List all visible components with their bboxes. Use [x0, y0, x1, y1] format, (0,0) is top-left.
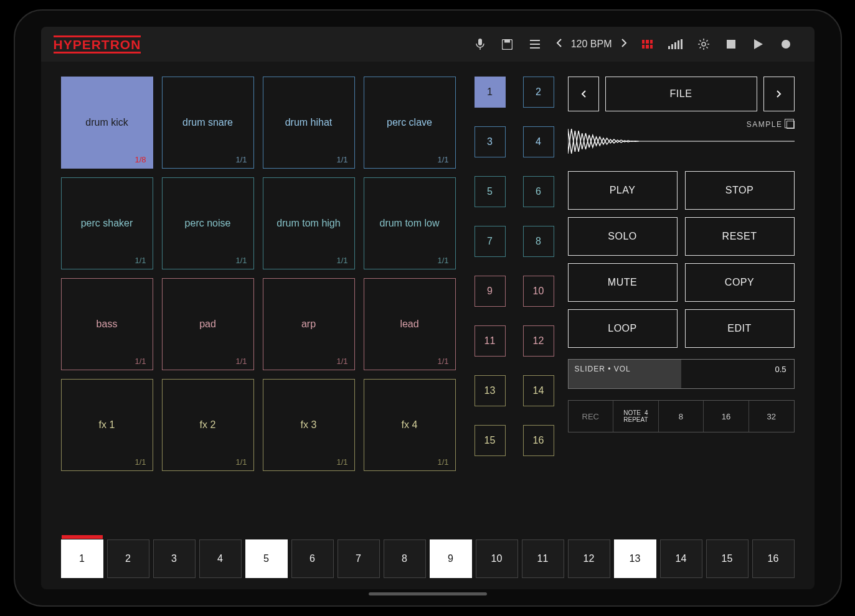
pad-16[interactable]: fx 41/1	[364, 379, 456, 471]
pad-15[interactable]: fx 31/1	[263, 379, 355, 471]
step-8[interactable]: 8	[384, 539, 426, 578]
step-sequencer: 12345678910111213141516	[41, 533, 815, 589]
pad-5[interactable]: perc shaker1/1	[61, 177, 153, 269]
step-13[interactable]: 13	[614, 539, 656, 578]
pad-label: bass	[97, 319, 118, 330]
step-7[interactable]: 7	[338, 539, 380, 578]
pad-9[interactable]: bass1/1	[61, 278, 153, 370]
slider-label: SLIDER • VOL	[575, 365, 631, 373]
reset-button[interactable]: RESET	[685, 217, 795, 256]
home-indicator	[369, 592, 487, 595]
step-10[interactable]: 10	[476, 539, 518, 578]
file-button[interactable]: FILE	[605, 77, 757, 111]
pad-label: drum hihat	[285, 117, 333, 128]
file-next-button[interactable]	[763, 77, 795, 111]
copy-button[interactable]: COPY	[685, 263, 795, 302]
pattern-grid: 12345678910111213141516	[475, 77, 554, 533]
pad-4[interactable]: perc clave1/1	[364, 77, 456, 169]
step-2[interactable]: 2	[107, 539, 149, 578]
mute-button[interactable]: MUTE	[568, 263, 678, 302]
pad-fraction: 1/1	[437, 155, 448, 164]
svg-rect-0	[478, 39, 482, 45]
pad-fraction: 1/1	[235, 457, 247, 467]
mixer-view-icon[interactable]	[668, 39, 683, 49]
step-16[interactable]: 16	[752, 539, 795, 578]
rec-button[interactable]: REC	[569, 401, 614, 432]
repeat-16-button[interactable]: 16	[704, 401, 749, 432]
pad-label: lead	[400, 319, 418, 330]
play-icon[interactable]	[752, 38, 765, 50]
repeat-8-button[interactable]: 8	[659, 401, 704, 432]
pad-label: drum tom low	[379, 218, 439, 229]
pad-6[interactable]: perc noise1/1	[162, 177, 254, 269]
volume-slider[interactable]: SLIDER • VOL 0.5	[568, 359, 795, 389]
pad-10[interactable]: pad1/1	[162, 278, 254, 370]
pattern-11[interactable]: 11	[475, 325, 506, 357]
pad-fraction: 1/1	[135, 256, 146, 265]
svg-line-14	[699, 47, 701, 48]
pattern-2[interactable]: 2	[523, 77, 554, 108]
pad-13[interactable]: fx 11/1	[61, 379, 153, 471]
slider-value: 0.5	[775, 365, 786, 374]
svg-line-15	[706, 40, 707, 42]
pad-1[interactable]: drum kick1/8	[61, 77, 153, 169]
pad-12[interactable]: lead1/1	[364, 278, 456, 370]
pattern-1[interactable]: 1	[475, 77, 506, 108]
bpm-prev-icon[interactable]	[556, 39, 562, 50]
pad-2[interactable]: drum snare1/1	[162, 77, 254, 169]
pattern-14[interactable]: 14	[523, 375, 554, 406]
step-5[interactable]: 5	[245, 539, 288, 578]
mic-icon[interactable]	[474, 38, 486, 50]
pattern-13[interactable]: 13	[475, 375, 506, 406]
step-3[interactable]: 3	[153, 539, 196, 578]
pattern-10[interactable]: 10	[523, 276, 554, 307]
step-4[interactable]: 4	[199, 539, 242, 578]
pads-view-icon[interactable]	[642, 40, 653, 49]
loop-button[interactable]: LOOP	[568, 309, 678, 348]
pattern-4[interactable]: 4	[523, 126, 554, 157]
pattern-8[interactable]: 8	[523, 226, 554, 257]
step-14[interactable]: 14	[660, 539, 702, 578]
pattern-6[interactable]: 6	[523, 176, 554, 207]
svg-point-18	[782, 40, 790, 49]
pattern-12[interactable]: 12	[523, 325, 554, 357]
pad-7[interactable]: drum tom high1/1	[263, 177, 355, 269]
pattern-5[interactable]: 5	[475, 176, 506, 207]
pad-fraction: 1/1	[336, 357, 347, 366]
pad-3[interactable]: drum hihat1/1	[263, 77, 355, 169]
pad-fraction: 1/1	[235, 256, 247, 265]
sample-waveform-area[interactable]: SAMPLE	[568, 121, 795, 164]
step-15[interactable]: 15	[706, 539, 749, 578]
record-icon[interactable]	[780, 38, 792, 50]
pad-11[interactable]: arp1/1	[263, 278, 355, 370]
note-repeat-row: REC NOTE4 REPEAT 8 16 32	[568, 400, 795, 432]
pattern-3[interactable]: 3	[475, 126, 506, 157]
pad-14[interactable]: fx 21/1	[162, 379, 254, 471]
file-prev-button[interactable]	[568, 77, 599, 111]
bpm-next-icon[interactable]	[621, 39, 627, 50]
gear-icon[interactable]	[697, 38, 710, 50]
pattern-7[interactable]: 7	[475, 226, 506, 257]
step-12[interactable]: 12	[568, 539, 610, 578]
stop-icon[interactable]	[725, 38, 737, 50]
step-11[interactable]: 11	[522, 539, 564, 578]
note-repeat-button[interactable]: NOTE4 REPEAT	[613, 401, 659, 432]
save-icon[interactable]	[501, 38, 514, 50]
bpm-value[interactable]: 120 BPM	[571, 39, 612, 50]
stop-button[interactable]: STOP	[685, 171, 795, 210]
svg-line-12	[699, 40, 701, 42]
repeat-32-button[interactable]: 32	[749, 401, 794, 432]
step-9[interactable]: 9	[430, 539, 472, 578]
play-button[interactable]: PLAY	[568, 171, 678, 210]
pattern-9[interactable]: 9	[475, 276, 506, 307]
bpm-control: 120 BPM	[556, 39, 627, 50]
pattern-16[interactable]: 16	[523, 425, 554, 456]
pad-8[interactable]: drum tom low1/1	[364, 177, 456, 269]
step-1[interactable]: 1	[61, 539, 103, 578]
edit-button[interactable]: EDIT	[685, 309, 795, 348]
solo-button[interactable]: SOLO	[568, 217, 678, 256]
copy-sample-icon[interactable]	[787, 121, 795, 129]
menu-icon[interactable]	[529, 38, 541, 50]
pattern-15[interactable]: 15	[475, 425, 506, 456]
step-6[interactable]: 6	[291, 539, 334, 578]
